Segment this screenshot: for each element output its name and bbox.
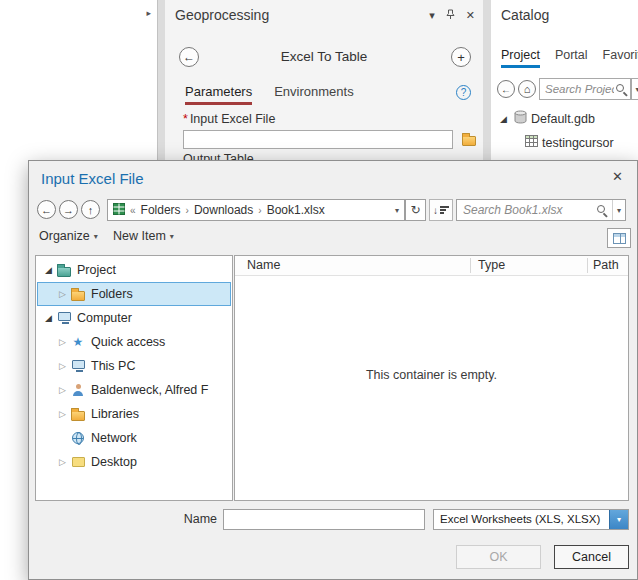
tree-item-user[interactable]: ▷ Baldenweck, Alfred F <box>37 378 231 402</box>
browse-button[interactable] <box>458 129 480 150</box>
input-excel-file-dialog: Input Excel File ✕ ← → ↑ « Folders › Dow… <box>28 160 638 580</box>
ok-button[interactable]: OK <box>456 545 541 569</box>
catalog-item-testingcursor[interactable]: testingcursor <box>525 135 614 150</box>
column-name[interactable]: Name <box>247 258 280 272</box>
tool-title: Excel To Table <box>205 47 443 67</box>
new-item-menu-button[interactable]: New Item ▾ <box>113 229 174 243</box>
tree-item-project[interactable]: ◢ Project <box>37 258 231 282</box>
column-divider[interactable] <box>587 258 588 273</box>
tree-item-label: Baldenweck, Alfred F <box>91 383 208 397</box>
expand-icon[interactable]: ◢ <box>497 114 510 124</box>
sort-bars-icon <box>440 205 449 216</box>
tab-parameters[interactable]: Parameters <box>185 84 252 105</box>
expand-icon[interactable]: ◢ <box>42 313 55 323</box>
tree-item-label: Computer <box>77 311 132 325</box>
empty-container-message: This container is empty. <box>235 368 628 382</box>
tree-item-computer[interactable]: ◢ Computer <box>37 306 231 330</box>
catalog-item-default-gdb[interactable]: ◢ Default.gdb <box>497 110 595 127</box>
views-button[interactable] <box>607 228 631 248</box>
dialog-search-input[interactable] <box>461 202 593 218</box>
combo-dropdown-icon[interactable]: ▾ <box>609 510 628 529</box>
tool-add-button[interactable]: + <box>451 47 471 67</box>
expand-icon[interactable]: ◢ <box>42 265 55 275</box>
dialog-title: Input Excel File <box>41 170 144 187</box>
breadcrumb[interactable]: « Folders › Downloads › Book1.xlsx ▾ <box>107 199 405 221</box>
pane-menu-icon[interactable]: ▾ <box>429 9 435 22</box>
collapse-icon[interactable]: ▷ <box>56 289 69 299</box>
crumb-folders[interactable]: Folders <box>141 203 181 217</box>
collapse-icon[interactable]: ▷ <box>56 337 69 347</box>
tab-favorites[interactable]: Favorites <box>603 48 638 68</box>
dialog-close-icon[interactable]: ✕ <box>612 169 623 184</box>
collapse-icon[interactable]: ▷ <box>56 409 69 419</box>
tab-environments[interactable]: Environments <box>274 84 353 105</box>
tab-project[interactable]: Project <box>501 48 540 68</box>
sort-button[interactable]: ↓ <box>429 199 453 221</box>
geodatabase-icon <box>514 110 527 127</box>
crumb-book1[interactable]: Book1.xlsx <box>267 203 325 217</box>
table-icon <box>525 135 538 150</box>
nav-up-button[interactable]: ↑ <box>81 200 100 219</box>
tree-item-label: Quick access <box>91 335 165 349</box>
catalog-search-box[interactable] <box>539 78 631 100</box>
collapse-icon[interactable]: ▷ <box>56 385 69 395</box>
organize-label: Organize <box>39 229 90 243</box>
catalog-search-input[interactable] <box>543 82 616 96</box>
catalog-search-dropdown-icon[interactable]: ▾ <box>631 78 638 100</box>
file-name-label: Name <box>149 512 217 526</box>
star-icon: ★ <box>69 336 87 348</box>
file-list: Name Type Path This container is empty. <box>234 255 629 501</box>
column-path[interactable]: Path <box>593 258 619 272</box>
tab-portal[interactable]: Portal <box>555 48 588 68</box>
folder-icon <box>462 136 476 146</box>
nav-back-button[interactable]: ← <box>37 200 56 219</box>
refresh-button[interactable]: ↻ <box>405 199 426 221</box>
catalog-home-button[interactable]: ⌂ <box>518 80 536 98</box>
input-excel-file-label-text: Input Excel File <box>190 112 275 126</box>
pin-icon[interactable] <box>445 9 456 22</box>
tool-tabs: Parameters Environments <box>185 84 354 105</box>
chevron-down-icon: ▾ <box>94 232 98 241</box>
column-divider[interactable] <box>470 258 471 273</box>
collapse-icon[interactable]: ▷ <box>56 361 69 371</box>
crumb-downloads[interactable]: Downloads <box>194 203 253 217</box>
folder-icon <box>69 408 87 421</box>
catalog-back-button[interactable]: ← <box>497 80 515 98</box>
project-icon <box>55 264 73 277</box>
search-dropdown-icon[interactable]: ▾ <box>612 200 621 220</box>
pane-toggle-icon[interactable]: ▸ <box>146 8 151 18</box>
cancel-button[interactable]: Cancel <box>554 545 629 569</box>
tree-item-quick-access[interactable]: ▷ ★ Quick access <box>37 330 231 354</box>
tree-item-label: Desktop <box>91 455 137 469</box>
tool-back-button[interactable]: ← <box>179 47 199 67</box>
pane-close-icon[interactable]: ✕ <box>466 9 475 22</box>
tree-item-label: Folders <box>91 287 133 301</box>
input-excel-file-field[interactable] <box>183 130 453 149</box>
tree-item-folders[interactable]: ▷ Folders <box>37 282 231 306</box>
crumb-overflow-icon[interactable]: « <box>130 205 136 216</box>
nav-forward-button[interactable]: → <box>59 200 78 219</box>
table-label: testingcursor <box>542 136 614 150</box>
file-type-combo[interactable]: Excel Worksheets (XLS, XLSX) ▾ <box>433 509 629 530</box>
computer-icon <box>55 312 73 324</box>
organize-menu-button[interactable]: Organize ▾ <box>39 229 98 243</box>
collapse-icon[interactable]: ▷ <box>56 457 69 467</box>
list-header: Name Type Path <box>235 256 628 276</box>
catalog-pane-title: Catalog <box>501 0 549 30</box>
dialog-search-box[interactable]: ▾ <box>456 199 626 221</box>
column-type[interactable]: Type <box>478 258 505 272</box>
file-type-value: Excel Worksheets (XLS, XLSX) <box>440 510 606 529</box>
tree-item-this-pc[interactable]: ▷ This PC <box>37 354 231 378</box>
required-marker: * <box>183 112 188 126</box>
tree-item-desktop[interactable]: ▷ Desktop <box>37 450 231 474</box>
sort-arrow-icon: ↓ <box>433 205 438 216</box>
tree-item-libraries[interactable]: ▷ Libraries <box>37 402 231 426</box>
breadcrumb-dropdown-icon[interactable]: ▾ <box>395 206 399 215</box>
folder-tree: ◢ Project ▷ Folders ◢ Computer ▷ ★ Quick… <box>35 255 233 501</box>
file-name-input[interactable] <box>223 509 425 530</box>
tree-item-network[interactable]: Network <box>37 426 231 450</box>
desktop-icon <box>69 457 87 467</box>
help-icon[interactable]: ? <box>456 85 471 100</box>
catalog-tabs: Project Portal Favorites <box>501 48 638 68</box>
tree-item-label: Network <box>91 431 137 445</box>
